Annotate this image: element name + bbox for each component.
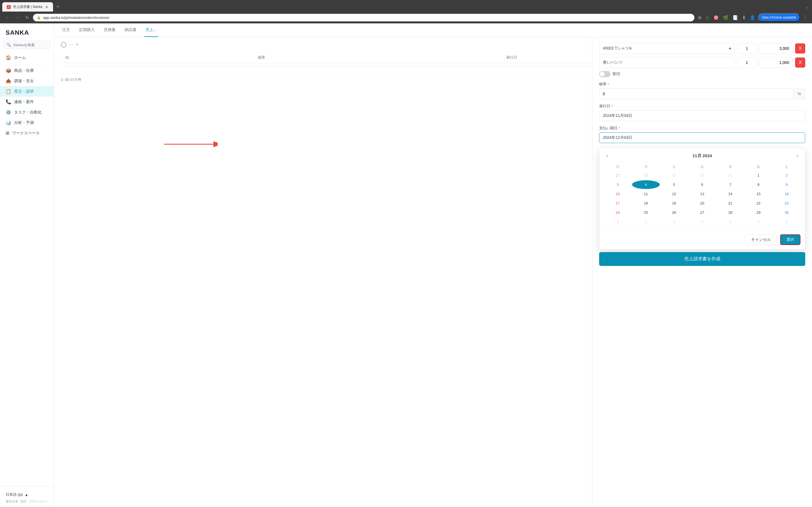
footer-link-privacy[interactable]: プライバシー xyxy=(29,499,47,504)
forward-button[interactable]: → xyxy=(13,14,21,21)
profile-icon[interactable]: 👤 xyxy=(749,14,756,21)
cal-day[interactable]: 17 xyxy=(604,199,631,208)
delete-product-2-button[interactable]: X xyxy=(795,57,805,68)
active-tab[interactable]: S 売上請求書 | Sanka ✕ xyxy=(2,2,53,11)
footer-link-company[interactable]: 運営企業 xyxy=(6,499,18,504)
cal-day[interactable]: 1 xyxy=(604,217,631,226)
translate-icon[interactable]: ⊕ xyxy=(697,14,703,21)
tab-invoices[interactable]: 売上... xyxy=(144,23,158,37)
download-icon[interactable]: ⬇ xyxy=(741,14,747,21)
cal-day[interactable]: 27 xyxy=(689,208,716,217)
cal-day[interactable]: 11 xyxy=(632,189,660,198)
cal-day[interactable]: 30 xyxy=(689,171,716,180)
cal-day[interactable]: 5 xyxy=(660,180,688,189)
sidebar-item-home[interactable]: 🏠 ホーム xyxy=(0,52,54,63)
sidebar-logo: SANKA xyxy=(0,23,54,41)
cal-day[interactable]: 6 xyxy=(689,180,716,189)
cal-day[interactable]: 18 xyxy=(632,199,660,208)
cal-day[interactable]: 29 xyxy=(745,208,772,217)
cal-day[interactable]: 22 xyxy=(745,199,772,208)
tab-delivery[interactable]: 納品書 xyxy=(123,23,138,37)
sidebar-item-products[interactable]: 📦 商品・在庫 xyxy=(0,65,54,76)
cal-day[interactable]: 5 xyxy=(716,217,744,226)
cal-day-today[interactable]: 4 xyxy=(632,180,660,189)
calendar-select-button[interactable]: 選択 xyxy=(780,234,801,245)
tab-close-btn[interactable]: ✕ xyxy=(45,5,49,9)
cal-day[interactable]: 21 xyxy=(716,199,744,208)
sidebar-item-workspace[interactable]: ⊞ ワークスペース xyxy=(0,128,54,138)
product-qty-1[interactable] xyxy=(737,43,757,54)
cal-day[interactable]: 12 xyxy=(660,189,688,198)
sidebar-item-orders[interactable]: 📋 受注・請求 xyxy=(0,86,54,97)
cal-day[interactable]: 16 xyxy=(773,189,801,198)
cal-day[interactable]: 7 xyxy=(716,180,744,189)
extension-icon-3[interactable]: 📑 xyxy=(731,14,739,21)
tab-subscriptions[interactable]: 定期購入 xyxy=(78,23,96,37)
product-price-2[interactable] xyxy=(759,57,793,68)
search-box[interactable]: 🔍 xyxy=(3,41,50,49)
cal-day[interactable]: 14 xyxy=(716,189,744,198)
product-select-2[interactable]: 青いパンツ xyxy=(599,57,735,68)
address-bar[interactable]: 🔒 app.sanka.io/ja/modules/orders/invoice… xyxy=(33,14,695,21)
cal-day[interactable]: 29 xyxy=(660,171,688,180)
cal-day[interactable]: 10 xyxy=(604,189,631,198)
cal-day[interactable]: 28 xyxy=(716,208,744,217)
reload-button[interactable]: ↻ xyxy=(24,14,31,21)
cal-day[interactable]: 6 xyxy=(745,217,772,226)
cal-day[interactable]: 3 xyxy=(660,217,688,226)
cal-day[interactable]: 20 xyxy=(689,199,716,208)
cal-day[interactable]: 24 xyxy=(604,208,631,217)
cal-day[interactable]: 28 xyxy=(632,171,660,180)
cal-day[interactable]: 26 xyxy=(660,208,688,217)
sidebar-item-contacts[interactable]: 📞 連絡・案件 xyxy=(0,97,54,107)
sidebar-item-procurement[interactable]: 📤 調達・支出 xyxy=(0,76,54,86)
add-invoice-button[interactable]: + xyxy=(75,42,79,48)
extension-icon-2[interactable]: 🌿 xyxy=(722,14,730,21)
back-button[interactable]: ← xyxy=(3,14,11,21)
calendar-next-button[interactable]: › xyxy=(794,152,801,159)
extension-icon-1[interactable]: 🎯 xyxy=(712,14,720,21)
more-options-btn[interactable]: ⋯ xyxy=(69,42,73,47)
due-date-input[interactable] xyxy=(599,132,805,143)
cal-day[interactable]: 3 xyxy=(604,180,631,189)
cal-day[interactable]: 25 xyxy=(632,208,660,217)
cal-day[interactable]: 13 xyxy=(689,189,716,198)
filter-circle[interactable] xyxy=(61,42,66,48)
cal-day[interactable]: 31 xyxy=(716,171,744,180)
calendar-prev-button[interactable]: ‹ xyxy=(604,152,610,159)
discount-toggle[interactable] xyxy=(599,71,610,77)
bookmark-icon[interactable]: ☆ xyxy=(704,14,711,21)
new-tab-button[interactable]: + xyxy=(54,3,62,11)
cal-day[interactable]: 15 xyxy=(745,189,772,198)
product-select-1[interactable]: #0002 TシャツA ▾ xyxy=(599,43,735,54)
cal-day[interactable]: 23 xyxy=(773,199,801,208)
search-input[interactable] xyxy=(13,43,61,47)
product-price-1[interactable] xyxy=(759,43,793,54)
cal-day[interactable]: 19 xyxy=(660,199,688,208)
cal-day[interactable]: 30 xyxy=(773,208,801,217)
cal-day[interactable]: 2 xyxy=(632,217,660,226)
sidebar-item-analytics[interactable]: 📊 分析・予測 xyxy=(0,117,54,128)
cal-day[interactable]: 8 xyxy=(745,180,772,189)
sidebar-item-tasks[interactable]: ⚙️ タスク・自動化 xyxy=(0,107,54,117)
calendar-cancel-button[interactable]: キャンセル xyxy=(745,234,777,245)
cal-day[interactable]: 2 xyxy=(773,171,801,180)
delete-product-1-button[interactable]: X xyxy=(795,43,805,54)
chrome-update-button[interactable]: New Chrome available xyxy=(758,13,800,22)
tab-orders[interactable]: 注文 xyxy=(61,23,71,37)
issue-date-input[interactable] xyxy=(599,110,805,121)
product-qty-2[interactable] xyxy=(737,57,757,68)
tax-input[interactable] xyxy=(599,89,794,99)
footer-link-terms[interactable]: 規約 xyxy=(20,499,27,504)
menu-icon[interactable]: ⋮ xyxy=(802,14,809,21)
create-invoice-button[interactable]: 売上請求書を作成 xyxy=(599,252,805,266)
cal-day[interactable]: 4 xyxy=(689,217,716,226)
tab-expand-btn[interactable]: ⌄ xyxy=(804,4,810,10)
cal-day[interactable]: 27 xyxy=(604,171,631,180)
tab-quotes[interactable]: 見積書 xyxy=(103,23,117,37)
cal-day[interactable]: 9 xyxy=(773,180,801,189)
language-selector[interactable]: 日本語 (ja) ▲ xyxy=(6,490,48,499)
cal-day[interactable]: 1 xyxy=(745,171,772,180)
cal-day[interactable]: 7 xyxy=(773,217,801,226)
sidebar-nav: 🏠 ホーム 📦 商品・在庫 📤 調達・支出 📋 受注・請求 📞 連絡・案件 xyxy=(0,52,54,486)
